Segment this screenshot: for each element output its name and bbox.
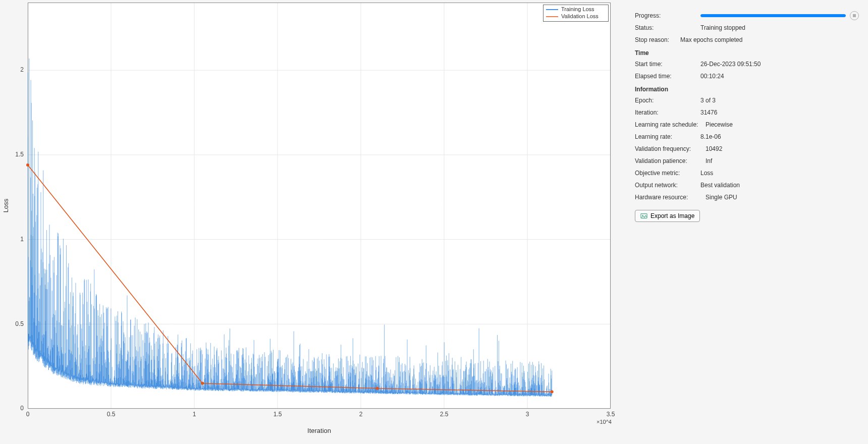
start-time-value: 26-Dec-2023 09:51:50: [700, 61, 859, 68]
elapsed-time-row: Elapsed time: 00:10:24: [635, 72, 859, 81]
output-network-value: Best validation: [700, 182, 859, 189]
loss-chart-panel: [0, 0, 626, 444]
start-time-label: Start time:: [635, 61, 700, 68]
progress-row: Progress:: [635, 11, 859, 20]
progress-bar-fill: [700, 14, 846, 17]
info-section-title: Information: [635, 86, 859, 93]
status-row: Status: Training stopped: [635, 23, 859, 32]
epoch-row: Epoch: 3 of 3: [635, 96, 859, 105]
val-freq-label: Validation frequency:: [635, 145, 706, 152]
output-network-row: Output network: Best validation: [635, 181, 859, 190]
iteration-label: Iteration:: [635, 109, 700, 116]
elapsed-time-label: Elapsed time:: [635, 73, 700, 80]
val-patience-row: Validation patience: Inf: [635, 156, 859, 165]
stop-reason-label: Stop reason:: [635, 36, 680, 43]
epoch-label: Epoch:: [635, 97, 700, 104]
hardware-row: Hardware resource: Single GPU: [635, 193, 859, 202]
elapsed-time-value: 00:10:24: [700, 73, 859, 80]
lr-value: 8.1e-06: [700, 133, 859, 140]
iteration-value: 31476: [700, 109, 859, 116]
start-time-row: Start time: 26-Dec-2023 09:51:50: [635, 60, 859, 69]
output-network-label: Output network:: [635, 182, 700, 189]
training-info-panel: Progress: Status: Training stopped Stop …: [626, 0, 868, 444]
status-label: Status:: [635, 24, 700, 31]
stop-reason-row: Stop reason: Max epochs completed: [635, 35, 859, 44]
val-patience-label: Validation patience:: [635, 157, 706, 164]
lr-schedule-value: Piecewise: [706, 121, 859, 128]
export-icon: [640, 212, 647, 219]
lr-schedule-row: Learning rate schedule: Piecewise: [635, 120, 859, 129]
obj-metric-value: Loss: [700, 170, 859, 177]
stop-reason-value: Max epochs completed: [680, 36, 859, 43]
hardware-value: Single GPU: [706, 194, 859, 201]
obj-metric-label: Objective metric:: [635, 170, 700, 177]
loss-chart-canvas[interactable]: [0, 0, 626, 444]
val-freq-row: Validation frequency: 10492: [635, 144, 859, 153]
stop-icon: [853, 14, 856, 17]
iteration-row: Iteration: 31476: [635, 108, 859, 117]
val-patience-value: Inf: [706, 157, 859, 164]
progress-label: Progress:: [635, 12, 700, 19]
val-freq-value: 10492: [706, 145, 859, 152]
stop-button[interactable]: [850, 11, 859, 20]
epoch-value: 3 of 3: [700, 97, 859, 104]
hardware-label: Hardware resource:: [635, 194, 706, 201]
obj-metric-row: Objective metric: Loss: [635, 169, 859, 178]
export-button-label: Export as Image: [650, 212, 694, 219]
progress-bar: [700, 14, 846, 17]
status-value: Training stopped: [700, 24, 859, 31]
time-section-title: Time: [635, 49, 859, 57]
export-as-image-button[interactable]: Export as Image: [635, 210, 700, 222]
lr-schedule-label: Learning rate schedule:: [635, 121, 706, 128]
lr-row: Learning rate: 8.1e-06: [635, 132, 859, 141]
lr-label: Learning rate:: [635, 133, 700, 140]
